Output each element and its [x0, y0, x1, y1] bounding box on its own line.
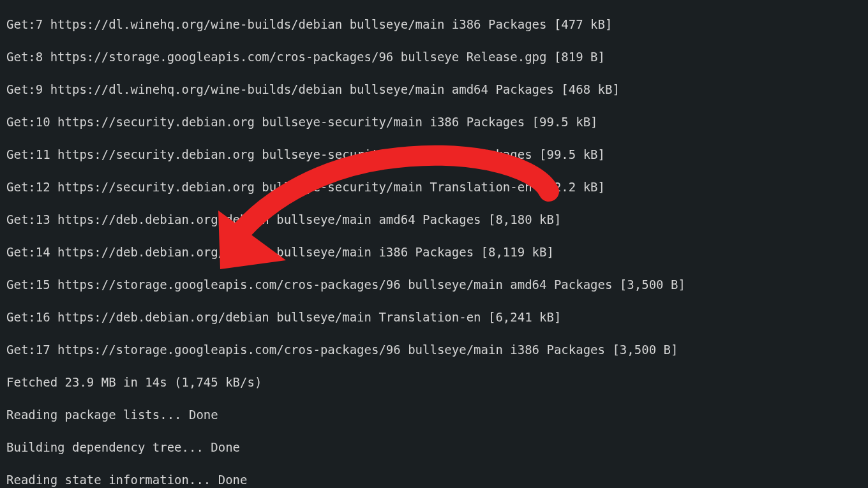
- output-line: Get:12 https://security.debian.org bulls…: [6, 179, 862, 196]
- output-line: Get:11 https://security.debian.org bulls…: [6, 147, 862, 163]
- output-line: Building dependency tree... Done: [6, 440, 862, 456]
- output-line: Get:17 https://storage.googleapis.com/cr…: [6, 342, 862, 359]
- output-line: Get:14 https://deb.debian.org/debian bul…: [6, 244, 862, 261]
- output-line: Reading package lists... Done: [6, 407, 862, 424]
- output-line: Fetched 23.9 MB in 14s (1,745 kB/s): [6, 374, 862, 391]
- output-line: Get:9 https://dl.winehq.org/wine-builds/…: [6, 82, 862, 98]
- output-line: Reading state information... Done: [6, 472, 862, 489]
- output-line: Get:13 https://deb.debian.org/debian bul…: [6, 212, 862, 228]
- output-line: Get:15 https://storage.googleapis.com/cr…: [6, 277, 862, 293]
- terminal-output[interactable]: Get:7 https://dl.winehq.org/wine-builds/…: [0, 0, 868, 488]
- output-line: Get:8 https://storage.googleapis.com/cro…: [6, 49, 862, 66]
- output-line: Get:7 https://dl.winehq.org/wine-builds/…: [6, 17, 862, 33]
- output-line: Get:10 https://security.debian.org bulls…: [6, 114, 862, 131]
- output-line: Get:16 https://deb.debian.org/debian bul…: [6, 309, 862, 326]
